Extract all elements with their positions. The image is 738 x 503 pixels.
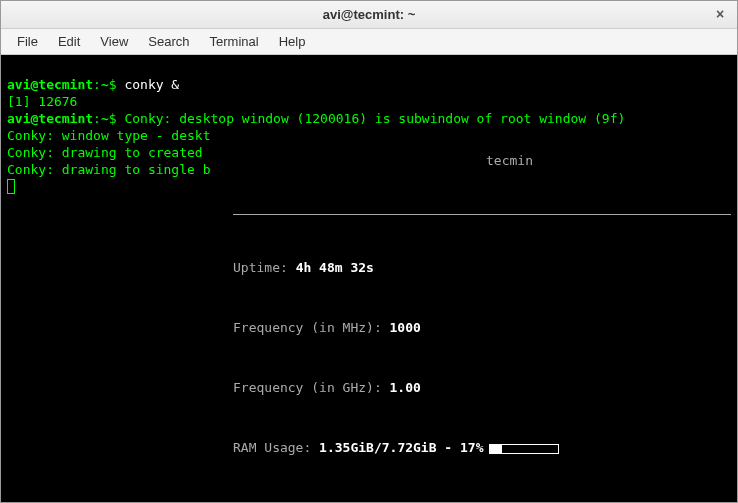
prompt-sep: : — [93, 77, 101, 92]
prompt-path: ~ — [101, 77, 109, 92]
conky-host: tecmin — [233, 151, 731, 171]
menu-edit[interactable]: Edit — [48, 30, 90, 53]
command: conky & — [124, 77, 179, 92]
menu-view[interactable]: View — [90, 30, 138, 53]
prompt-user: avi@tecmint — [7, 111, 93, 126]
out-line: Conky: window type - deskt — [7, 128, 211, 143]
swap-row: Swap Usage: 0B /15.8GiB - 0% — [233, 498, 731, 502]
freq-mhz-row: Frequency (in MHz): 1000 — [233, 318, 731, 338]
uptime-row: Uptime: 4h 48m 32s — [233, 258, 731, 278]
out-line: Conky: drawing to created — [7, 145, 211, 160]
divider — [233, 214, 731, 215]
ram-bar — [489, 444, 559, 454]
job-line: [1] 12676 — [7, 94, 77, 109]
terminal-body[interactable]: avi@tecmint:~$ conky & [1] 12676 avi@tec… — [1, 55, 737, 502]
prompt-sep: : — [93, 111, 101, 126]
titlebar: avi@tecmint: ~ × — [1, 1, 737, 29]
prompt-dollar: $ — [109, 77, 117, 92]
freq-ghz-row: Frequency (in GHz): 1.00 — [233, 378, 731, 398]
prompt-user: avi@tecmint — [7, 77, 93, 92]
menu-terminal[interactable]: Terminal — [200, 30, 269, 53]
close-icon[interactable]: × — [711, 5, 729, 23]
ram-row: RAM Usage: 1.35GiB/7.72GiB - 17% — [233, 438, 731, 458]
out-line: Conky: drawing to single b — [7, 162, 211, 177]
window-title: avi@tecmint: ~ — [323, 7, 416, 22]
menu-help[interactable]: Help — [269, 30, 316, 53]
menu-search[interactable]: Search — [138, 30, 199, 53]
prompt-path: ~ — [101, 111, 109, 126]
conky-overlay: tecmin Uptime: 4h 48m 32s Frequency (in … — [233, 111, 731, 502]
menu-file[interactable]: File — [7, 30, 48, 53]
prompt-dollar: $ — [109, 111, 117, 126]
menubar: File Edit View Search Terminal Help — [1, 29, 737, 55]
cursor-icon — [7, 179, 15, 194]
terminal-window: avi@tecmint: ~ × File Edit View Search T… — [0, 0, 738, 503]
